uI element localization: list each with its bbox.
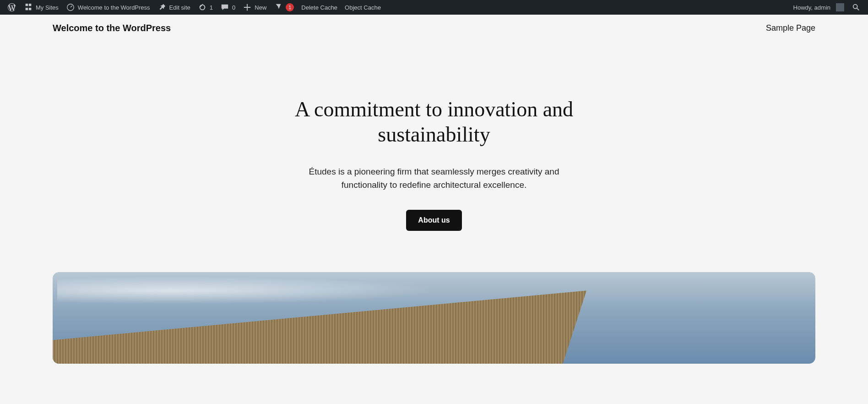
site-name-label: Welcome to the WordPress [78, 4, 150, 11]
pin-icon [157, 3, 167, 12]
hero-headline: A commitment to innovation and sustainab… [251, 97, 617, 147]
edit-site-label: Edit site [169, 4, 190, 11]
refresh-icon [198, 3, 207, 12]
new-label: New [255, 4, 266, 11]
yoast-menu[interactable]: 1 [270, 0, 298, 15]
plus-icon [243, 3, 252, 12]
about-us-button[interactable]: About us [406, 210, 461, 231]
edit-site-menu[interactable]: Edit site [154, 0, 194, 15]
admin-bar-left: My Sites Welcome to the WordPress Edit s… [4, 0, 385, 15]
site-header: Welcome to the WordPress Sample Page [0, 15, 868, 42]
new-content-menu[interactable]: New [239, 0, 270, 15]
hero-section: A commitment to innovation and sustainab… [0, 42, 868, 258]
yoast-badge: 1 [286, 3, 294, 11]
wp-admin-bar: My Sites Welcome to the WordPress Edit s… [0, 0, 868, 15]
avatar-icon [836, 3, 844, 11]
yoast-icon [274, 3, 283, 12]
nav-sample-page[interactable]: Sample Page [766, 23, 815, 33]
object-cache-menu[interactable]: Object Cache [341, 0, 385, 15]
my-sites-label: My Sites [36, 4, 59, 11]
search-menu[interactable] [848, 0, 864, 15]
wp-logo-menu[interactable] [4, 0, 20, 15]
comments-count: 0 [232, 4, 235, 11]
dashboard-icon [66, 3, 75, 12]
search-icon [852, 3, 861, 12]
delete-cache-label: Delete Cache [301, 4, 337, 11]
site-name-menu[interactable]: Welcome to the WordPress [62, 0, 154, 15]
svg-point-1 [853, 5, 857, 9]
updates-count: 1 [210, 4, 213, 11]
hero-subtext: Études is a pioneering firm that seamles… [292, 165, 576, 191]
updates-menu[interactable]: 1 [194, 0, 217, 15]
cloud-graphic [57, 277, 439, 304]
comment-icon [220, 3, 229, 12]
admin-bar-right: Howdy, admin [790, 0, 864, 15]
sites-icon [24, 3, 33, 12]
my-sites-menu[interactable]: My Sites [20, 0, 62, 15]
howdy-label: Howdy, admin [793, 4, 830, 11]
wordpress-icon [7, 3, 16, 12]
delete-cache-menu[interactable]: Delete Cache [298, 0, 341, 15]
site-title[interactable]: Welcome to the WordPress [53, 23, 171, 33]
my-account-menu[interactable]: Howdy, admin [790, 0, 848, 15]
object-cache-label: Object Cache [345, 4, 381, 11]
hero-image [53, 272, 815, 364]
comments-menu[interactable]: 0 [217, 0, 239, 15]
